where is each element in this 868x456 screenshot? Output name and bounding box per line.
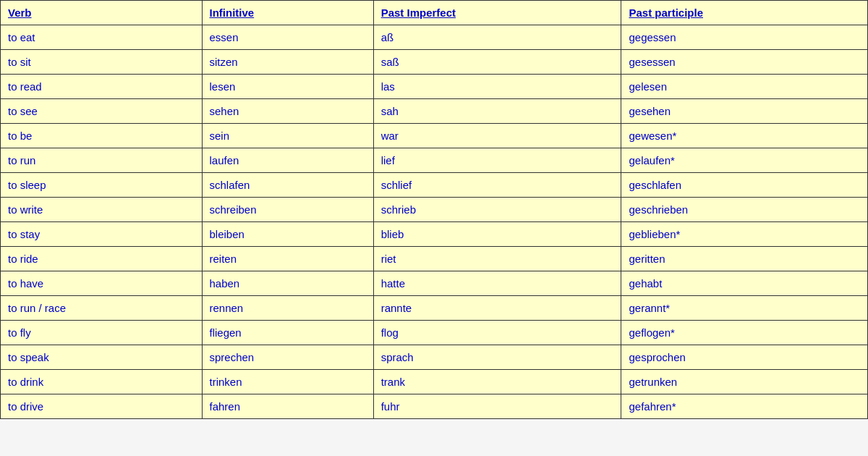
cell-row12-col1: fliegen <box>202 321 373 345</box>
cell-row8-col1: bleiben <box>202 222 373 247</box>
cell-row3-col1: sehen <box>202 99 373 124</box>
cell-row14-col1: trinken <box>202 370 373 394</box>
cell-row10-col1: haben <box>202 271 373 296</box>
verb-conjugation-table: Verb Infinitive Past Imperfect Past part… <box>0 0 868 419</box>
cell-row8-col2: blieb <box>373 222 621 247</box>
cell-row9-col3: geritten <box>621 247 868 271</box>
cell-row7-col3: geschrieben <box>621 198 868 222</box>
cell-row15-col2: fuhr <box>373 394 621 419</box>
cell-row6-col3: geschlafen <box>621 173 868 198</box>
cell-row14-col3: getrunken <box>621 370 868 394</box>
cell-row0-col2: aß <box>373 25 621 50</box>
cell-row8-col0: to stay <box>1 222 203 247</box>
cell-row15-col3: gefahren* <box>621 394 868 419</box>
table-row: to speaksprechensprachgesprochen <box>1 345 868 370</box>
table-row: to sleepschlafenschliefgeschlafen <box>1 173 868 198</box>
table-row: to readlesenlasgelesen <box>1 75 868 99</box>
table-row: to staybleibenbliebgeblieben* <box>1 222 868 247</box>
cell-row14-col0: to drink <box>1 370 203 394</box>
cell-row9-col2: riet <box>373 247 621 271</box>
cell-row10-col2: hatte <box>373 271 621 296</box>
cell-row6-col2: schlief <box>373 173 621 198</box>
cell-row11-col2: rannte <box>373 296 621 321</box>
header-past-participle: Past participle <box>621 1 868 25</box>
cell-row1-col3: gesessen <box>621 50 868 75</box>
cell-row4-col1: sein <box>202 124 373 148</box>
table-row: to runlaufenliefgelaufen* <box>1 148 868 173</box>
cell-row2-col2: las <box>373 75 621 99</box>
cell-row5-col2: lief <box>373 148 621 173</box>
cell-row11-col0: to run / race <box>1 296 203 321</box>
cell-row13-col0: to speak <box>1 345 203 370</box>
cell-row13-col2: sprach <box>373 345 621 370</box>
table-row: to flyfliegenfloggeflogen* <box>1 321 868 345</box>
cell-row12-col3: geflogen* <box>621 321 868 345</box>
table-row: to drinktrinkentrankgetrunken <box>1 370 868 394</box>
cell-row15-col1: fahren <box>202 394 373 419</box>
cell-row13-col1: sprechen <box>202 345 373 370</box>
table-row: to seesehensahgesehen <box>1 99 868 124</box>
cell-row1-col0: to sit <box>1 50 203 75</box>
cell-row3-col2: sah <box>373 99 621 124</box>
cell-row2-col1: lesen <box>202 75 373 99</box>
cell-row4-col3: gewesen* <box>621 124 868 148</box>
header-verb: Verb <box>1 1 203 25</box>
table-row: to run / racerennenranntegerannt* <box>1 296 868 321</box>
cell-row7-col1: schreiben <box>202 198 373 222</box>
cell-row9-col0: to ride <box>1 247 203 271</box>
cell-row7-col2: schrieb <box>373 198 621 222</box>
header-past-imperfect: Past Imperfect <box>373 1 621 25</box>
cell-row6-col0: to sleep <box>1 173 203 198</box>
header-row: Verb Infinitive Past Imperfect Past part… <box>1 1 868 25</box>
table-row: to sitsitzensaßgesessen <box>1 50 868 75</box>
cell-row0-col1: essen <box>202 25 373 50</box>
table-row: to beseinwargewesen* <box>1 124 868 148</box>
cell-row12-col0: to fly <box>1 321 203 345</box>
table-container: Verb Infinitive Past Imperfect Past part… <box>0 0 868 456</box>
table-row: to writeschreibenschriebgeschrieben <box>1 198 868 222</box>
cell-row4-col0: to be <box>1 124 203 148</box>
table-row: to eatessenaßgegessen <box>1 25 868 50</box>
cell-row4-col2: war <box>373 124 621 148</box>
cell-row3-col0: to see <box>1 99 203 124</box>
table-row: to ridereitenrietgeritten <box>1 247 868 271</box>
cell-row0-col0: to eat <box>1 25 203 50</box>
cell-row11-col3: gerannt* <box>621 296 868 321</box>
cell-row10-col0: to have <box>1 271 203 296</box>
cell-row1-col1: sitzen <box>202 50 373 75</box>
cell-row14-col2: trank <box>373 370 621 394</box>
cell-row2-col0: to read <box>1 75 203 99</box>
cell-row15-col0: to drive <box>1 394 203 419</box>
cell-row10-col3: gehabt <box>621 271 868 296</box>
cell-row9-col1: reiten <box>202 247 373 271</box>
cell-row7-col0: to write <box>1 198 203 222</box>
cell-row1-col2: saß <box>373 50 621 75</box>
cell-row0-col3: gegessen <box>621 25 868 50</box>
header-infinitive: Infinitive <box>202 1 373 25</box>
cell-row2-col3: gelesen <box>621 75 868 99</box>
cell-row5-col3: gelaufen* <box>621 148 868 173</box>
cell-row5-col0: to run <box>1 148 203 173</box>
cell-row13-col3: gesprochen <box>621 345 868 370</box>
table-row: to drivefahrenfuhrgefahren* <box>1 394 868 419</box>
table-row: to havehabenhattegehabt <box>1 271 868 296</box>
cell-row12-col2: flog <box>373 321 621 345</box>
cell-row5-col1: laufen <box>202 148 373 173</box>
cell-row8-col3: geblieben* <box>621 222 868 247</box>
cell-row6-col1: schlafen <box>202 173 373 198</box>
cell-row3-col3: gesehen <box>621 99 868 124</box>
cell-row11-col1: rennen <box>202 296 373 321</box>
